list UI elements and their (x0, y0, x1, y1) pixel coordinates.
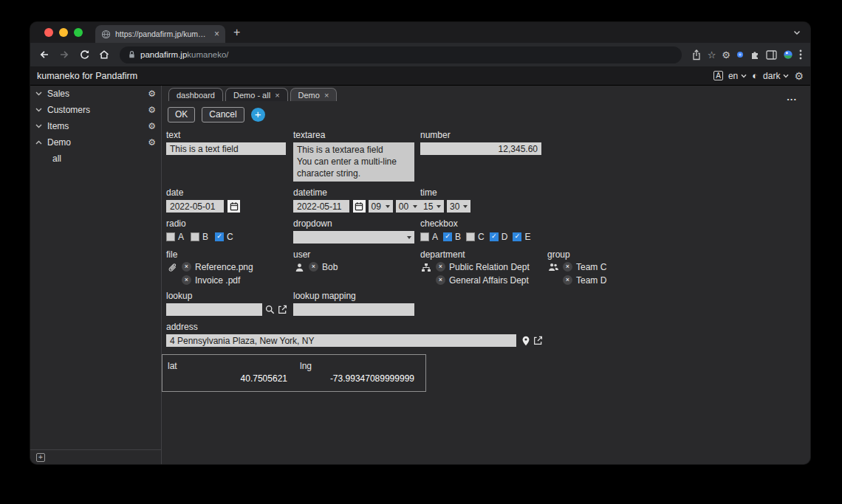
remove-icon[interactable]: × (182, 275, 191, 285)
checkbox-option[interactable]: A (420, 232, 438, 242)
bookmark-star-icon[interactable]: ☆ (708, 50, 716, 60)
side-panel-icon[interactable] (766, 50, 777, 60)
more-menu-icon[interactable]: ... (787, 92, 797, 103)
add-app-icon[interactable]: + (36, 453, 45, 462)
tab-close-icon[interactable]: × (214, 29, 219, 39)
sidebar-item-sales[interactable]: Sales ⚙ (30, 86, 161, 102)
tab-search-chevron-icon[interactable] (793, 30, 801, 35)
checkbox-option[interactable]: ✓ E (513, 232, 530, 242)
user-chip: × Bob (309, 262, 338, 272)
sidebar-item-customers[interactable]: Customers ⚙ (30, 102, 161, 118)
sidebar-item-items[interactable]: Items ⚙ (30, 118, 161, 134)
minimize-window-button[interactable] (59, 28, 68, 37)
forward-icon[interactable] (55, 46, 73, 63)
open-external-icon[interactable] (533, 336, 543, 345)
tab-demo-all[interactable]: Demo - all × (225, 88, 288, 101)
zoom-window-button[interactable] (74, 28, 83, 37)
new-tab-button[interactable]: + (233, 27, 240, 38)
checkbox-box[interactable] (420, 232, 429, 241)
sidebar-item-demo[interactable]: Demo ⚙ (30, 134, 161, 151)
user-name[interactable]: Bob (322, 262, 338, 272)
field-lookup: lookup (166, 285, 293, 316)
calendar-icon[interactable] (353, 200, 366, 213)
radio-box[interactable] (191, 232, 199, 241)
ok-button[interactable]: OK (168, 107, 195, 122)
browser-window: https://pandafirm.jp/kumaneko × + pandaf… (30, 22, 810, 464)
open-external-icon[interactable] (278, 305, 287, 314)
sidebar-item-demo-all[interactable]: all (30, 151, 161, 167)
department-icon (420, 262, 432, 285)
field-lookup-mapping: lookup mapping (293, 285, 420, 316)
share-icon[interactable] (691, 49, 702, 61)
language-select[interactable]: en (728, 71, 747, 81)
tab-dashboard[interactable]: dashboard (168, 88, 223, 101)
textarea-input[interactable]: This is a textarea field You can enter a… (293, 142, 414, 182)
checkbox-box[interactable] (466, 232, 475, 241)
tab-close-icon[interactable]: × (324, 91, 329, 100)
group-name[interactable]: Team D (576, 275, 606, 286)
department-name[interactable]: General Affairs Dept (449, 275, 529, 286)
file-name[interactable]: Reference.png (195, 262, 253, 272)
remove-icon[interactable]: × (563, 262, 572, 272)
lookup-input[interactable] (166, 303, 262, 316)
sidebar-footer: + (30, 449, 161, 464)
remove-icon[interactable]: × (436, 262, 445, 272)
lookup-mapping-input[interactable] (293, 303, 414, 316)
radio-option[interactable]: B (191, 232, 208, 242)
extensions-puzzle-icon[interactable] (750, 49, 760, 60)
sidebar-gear-icon[interactable]: ⚙ (148, 137, 156, 148)
address-bar[interactable]: pandafirm.jpkumaneko/ (120, 46, 682, 63)
sidebar-gear-icon[interactable]: ⚙ (148, 105, 156, 115)
extension-gear-icon[interactable]: ⚙ (722, 50, 730, 60)
date-input[interactable]: 2022-05-01 (166, 200, 224, 213)
field-number: number 12,345.60 (420, 124, 547, 155)
radio-box-checked[interactable]: ✓ (215, 232, 224, 241)
checkbox-box-checked[interactable]: ✓ (490, 232, 499, 241)
remove-icon[interactable]: × (436, 275, 445, 285)
time-minute-select[interactable]: 30 (447, 200, 470, 213)
checkbox-box-checked[interactable]: ✓ (513, 232, 521, 241)
radio-option[interactable]: A (166, 232, 184, 242)
home-icon[interactable] (95, 46, 113, 63)
tab-close-icon[interactable]: × (275, 91, 279, 100)
file-name[interactable]: Invoice .pdf (195, 275, 240, 286)
map-pin-icon[interactable] (521, 336, 530, 346)
remove-icon[interactable]: × (309, 262, 318, 272)
add-record-button[interactable]: + (251, 108, 265, 122)
cancel-button[interactable]: Cancel (202, 107, 244, 122)
radio-option[interactable]: ✓ C (215, 232, 233, 242)
datetime-minute-select[interactable]: 00 (396, 200, 420, 213)
radio-box[interactable] (166, 232, 175, 241)
department-name[interactable]: Public Relation Dept (449, 262, 530, 272)
theme-select[interactable]: dark (763, 71, 789, 81)
checkbox-option[interactable]: ✓ D (490, 232, 508, 242)
number-input[interactable]: 12,345.60 (420, 142, 541, 155)
extension-globe-icon[interactable] (783, 49, 793, 60)
window-controls (44, 28, 83, 37)
sidebar-gear-icon[interactable]: ⚙ (148, 89, 156, 99)
dropdown-select[interactable] (293, 231, 414, 244)
checkbox-option[interactable]: ✓ B (443, 232, 461, 242)
close-window-button[interactable] (44, 28, 53, 37)
field-label: textarea (293, 130, 420, 140)
checkbox-option[interactable]: C (466, 232, 485, 242)
reload-icon[interactable] (75, 46, 93, 63)
back-icon[interactable] (35, 46, 53, 63)
text-input[interactable]: This is a text field (166, 142, 286, 155)
calendar-icon[interactable] (227, 200, 240, 213)
checkbox-box-checked[interactable]: ✓ (443, 232, 452, 241)
address-input[interactable]: 4 Pennsylvania Plaza, New York, NY (166, 334, 516, 347)
datetime-date-input[interactable]: 2022-05-11 (293, 200, 349, 213)
tab-demo[interactable]: Demo × (290, 88, 338, 101)
browser-tab[interactable]: https://pandafirm.jp/kumaneko × (95, 25, 225, 43)
group-name[interactable]: Team C (576, 262, 606, 272)
extension-dot-icon[interactable] (736, 51, 744, 58)
browser-menu-icon[interactable] (799, 49, 802, 60)
sidebar-gear-icon[interactable]: ⚙ (148, 121, 156, 131)
app-settings-gear-icon[interactable]: ⚙ (794, 71, 804, 81)
search-icon[interactable] (265, 305, 275, 314)
time-hour-select[interactable]: 15 (420, 200, 444, 213)
remove-icon[interactable]: × (182, 262, 191, 272)
remove-icon[interactable]: × (563, 275, 572, 285)
datetime-hour-select[interactable]: 09 (369, 200, 393, 213)
